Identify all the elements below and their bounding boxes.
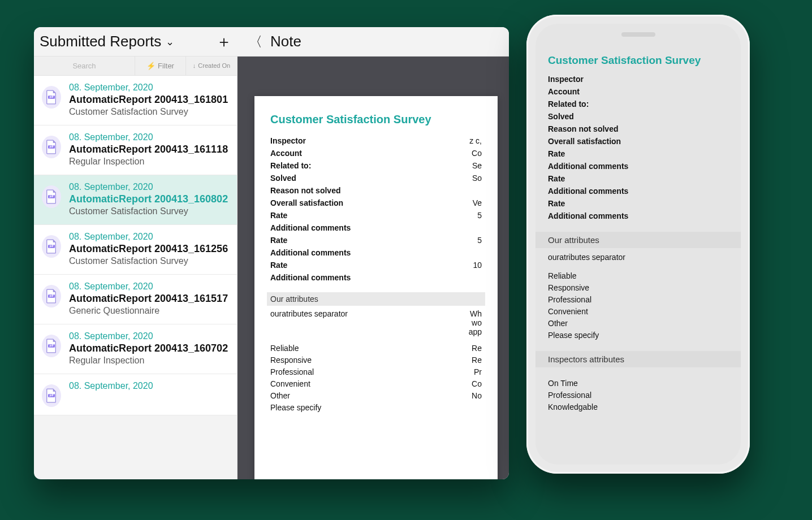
- mobile-field: Additional comments: [548, 162, 728, 171]
- bolt-icon: ⚡: [146, 62, 156, 70]
- mobile-attr: Please specify: [548, 331, 728, 340]
- doc-attr-row: ProfessionalPr: [270, 367, 482, 376]
- attr-value: No: [472, 391, 482, 400]
- doc-attr-row: Please specify: [270, 403, 482, 412]
- mobile-field: Related to:: [548, 99, 728, 109]
- report-name: AutomaticReport 200413_161256: [69, 243, 230, 255]
- add-button[interactable]: ＋: [216, 31, 232, 53]
- doc-field-row: Rate5: [270, 211, 482, 220]
- field-label: Additional comments: [270, 273, 351, 282]
- attr-label: Please specify: [270, 403, 321, 412]
- field-label: Reason not solved: [270, 186, 340, 195]
- report-date: 08. September, 2020: [69, 182, 230, 192]
- report-date: 08. September, 2020: [69, 381, 230, 391]
- attr-label: Professional: [270, 367, 314, 376]
- report-sub: Regular Inspection: [69, 356, 230, 366]
- field-value: Se: [472, 161, 482, 170]
- svg-text:pdf: pdf: [49, 344, 54, 347]
- report-date: 08. September, 2020: [69, 232, 230, 242]
- section-our-attributes: Our attributes: [267, 292, 485, 306]
- attr-separator-value: Wh wo app: [469, 309, 482, 336]
- attr-separator-label: ouratributes separator: [270, 309, 348, 336]
- field-label: Rate: [270, 261, 287, 270]
- mobile-field: Reason not solved: [548, 124, 728, 133]
- report-sub: Customer Satisfaction Survey: [69, 206, 230, 216]
- field-label: Solved: [270, 174, 296, 183]
- report-sub: Regular Inspection: [69, 157, 230, 167]
- mobile-field: Additional comments: [548, 187, 728, 196]
- report-name: AutomaticReport 200413_161118: [69, 144, 230, 155]
- attr-label: Responsive: [270, 356, 312, 365]
- search-input[interactable]: Search: [34, 57, 135, 75]
- doc-field-row: Additional comments: [270, 273, 482, 282]
- note-title: Note: [270, 33, 301, 50]
- report-item[interactable]: pdf08. September, 2020AutomaticReport 20…: [34, 76, 237, 125]
- pdf-icon: pdf: [42, 86, 61, 109]
- mobile-field: Inspector: [548, 75, 728, 84]
- report-sub: Customer Satisfaction Survey: [69, 107, 230, 117]
- attr-label: Convenient: [270, 379, 310, 388]
- report-date: 08. September, 2020: [69, 331, 230, 341]
- mobile-doc-title: Customer Satisfaction Survey: [548, 54, 728, 67]
- field-label: Rate: [270, 211, 287, 220]
- attr-value: Pr: [474, 367, 482, 376]
- mobile-field: Account: [548, 87, 728, 96]
- report-name: AutomaticReport 200413_160802: [69, 193, 230, 205]
- doc-field-row: Rate5: [270, 236, 482, 245]
- attr-label: Other: [270, 391, 290, 400]
- mobile-attr: Professional: [548, 295, 728, 304]
- report-date: 08. September, 2020: [69, 132, 230, 142]
- report-item[interactable]: pdf08. September, 2020AutomaticReport 20…: [34, 175, 237, 225]
- chevron-down-icon[interactable]: ⌄: [166, 36, 174, 48]
- field-value: z c,: [469, 136, 482, 145]
- report-name: AutomaticReport 200413_161517: [69, 293, 230, 305]
- note-preview-panel: Customer Satisfaction Survey Inspectorz …: [237, 57, 509, 479]
- doc-field-row: Additional comments: [270, 223, 482, 232]
- mobile-field: Solved: [548, 112, 728, 121]
- sort-button[interactable]: ↓ Created On: [186, 57, 237, 75]
- svg-text:pdf: pdf: [49, 96, 54, 98]
- desktop-window: Submitted Reports ⌄ ＋ 〈 Note Search ⚡ Fi…: [34, 27, 509, 479]
- field-label: Additional comments: [270, 248, 351, 257]
- doc-field-row: AccountCo: [270, 149, 482, 158]
- sidebar-toolbar: Search ⚡ Filter ↓ Created On: [34, 57, 237, 76]
- window-header: Submitted Reports ⌄ ＋ 〈 Note: [34, 27, 509, 57]
- doc-field-row: Additional comments: [270, 248, 482, 257]
- attr-value: Co: [472, 379, 482, 388]
- report-date: 08. September, 2020: [69, 281, 230, 292]
- report-item[interactable]: pdf08. September, 2020: [34, 374, 237, 415]
- filter-button[interactable]: ⚡ Filter: [135, 57, 186, 75]
- field-label: Inspector: [270, 136, 306, 145]
- mobile-field: Additional comments: [548, 211, 728, 220]
- mobile-attr: Other: [548, 319, 728, 328]
- svg-text:pdf: pdf: [49, 294, 54, 297]
- report-item[interactable]: pdf08. September, 2020AutomaticReport 20…: [34, 225, 237, 275]
- phone-notch: [593, 27, 684, 42]
- sidebar-title[interactable]: Submitted Reports: [40, 33, 161, 50]
- mobile-attr-separator: ouratributes separator: [548, 253, 728, 262]
- doc-field-row: Inspectorz c,: [270, 136, 482, 145]
- phone-screen: Customer Satisfaction Survey InspectorAc…: [535, 24, 741, 465]
- field-value: Ve: [473, 198, 482, 207]
- pdf-icon: pdf: [42, 185, 61, 208]
- doc-attr-row: ReliableRe: [270, 344, 482, 353]
- svg-text:pdf: pdf: [49, 245, 54, 248]
- report-item[interactable]: pdf08. September, 2020AutomaticReport 20…: [34, 125, 237, 175]
- back-button[interactable]: 〈: [249, 33, 262, 51]
- report-item[interactable]: pdf08. September, 2020AutomaticReport 20…: [34, 275, 237, 324]
- field-value: So: [472, 174, 482, 183]
- report-item[interactable]: pdf08. September, 2020AutomaticReport 20…: [34, 324, 237, 374]
- doc-attr-row: OtherNo: [270, 391, 482, 400]
- sidebar: Search ⚡ Filter ↓ Created On pdf08. Sept…: [34, 57, 237, 479]
- doc-field-row: Reason not solved: [270, 186, 482, 195]
- field-value: 5: [477, 236, 482, 245]
- mobile-attr: Professional: [548, 391, 728, 400]
- field-label: Additional comments: [270, 223, 351, 232]
- svg-text:pdf: pdf: [49, 195, 54, 198]
- arrow-down-icon: ↓: [193, 62, 196, 69]
- doc-field-row: Related to:Se: [270, 161, 482, 170]
- mobile-field: Rate: [548, 149, 728, 158]
- mobile-field: Overall satisfaction: [548, 137, 728, 146]
- field-label: Related to:: [270, 161, 311, 170]
- attr-label: Reliable: [270, 344, 299, 353]
